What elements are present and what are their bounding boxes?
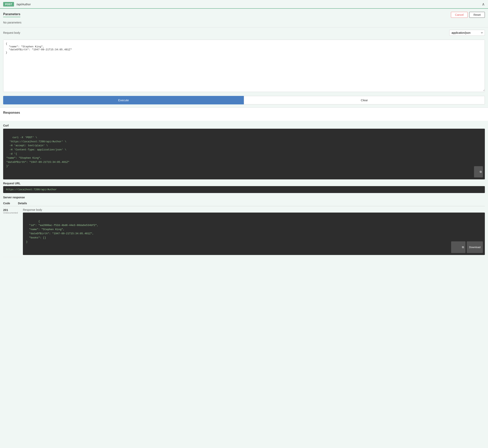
header-bar: POST /api/Author ∧ [0,0,488,9]
reset-button[interactable]: Reset [469,12,485,18]
copy-response-button[interactable]: ⧉ [451,241,465,253]
response-body-block: { "id": "aa2880ac-f52d-4bd8-44e3-08da6e5… [23,213,485,255]
details-column-header: Details [18,202,27,205]
response-body-value: { "id": "aa2880ac-f52d-4bd8-44e3-08da6e5… [26,220,98,243]
json-textarea-wrapper: { "name": "Stephen King", "dateOfBirth":… [3,40,485,92]
header-buttons: Cancel Reset [451,12,485,18]
response-row: 201 Undocumented Response body { "id": "… [3,206,485,257]
action-buttons: Execute Clear [3,96,485,104]
responses-section: Responses [0,108,488,121]
response-code: 201 [3,208,23,212]
curl-content: curl -X 'POST' \ 'https://localhost:7208… [6,136,70,168]
request-body-header: Request body application/json text/plain [3,30,485,36]
request-body-section: Request body application/json text/plain [0,27,488,40]
copy-curl-button[interactable]: ⧉ [474,166,483,177]
parameters-header: Parameters Cancel Reset [3,12,485,18]
response-details-col: Response body { "id": "aa2880ac-f52d-4bd… [23,208,485,255]
response-actions: ⧉ Download [451,241,483,253]
download-button[interactable]: Download [467,241,483,253]
request-url-value: https://localhost:7208/api/Author [6,188,57,191]
cancel-button[interactable]: Cancel [451,12,468,18]
request-url-block: https://localhost:7208/api/Author [3,186,485,193]
clear-button[interactable]: Clear [244,96,485,104]
no-parameters-text: No parameters [3,19,485,26]
parameters-title: Parameters [3,12,20,17]
request-body-textarea[interactable]: { "name": "Stephen King", "dateOfBirth":… [3,40,485,91]
collapse-icon[interactable]: ∧ [482,2,485,7]
response-table-header: Code Details [3,200,485,206]
undocumented-badge: Undocumented [3,212,23,214]
copy-response-icon: ⧉ [462,246,464,249]
response-code-col: 201 Undocumented [3,208,23,214]
curl-block: curl -X 'POST' \ 'https://localhost:7208… [3,129,485,179]
request-body-label: Request body [3,31,20,34]
response-body-label: Response body [23,208,485,211]
server-response-label: Server response [3,196,485,199]
endpoint-path: /api/Author [16,3,480,6]
execute-button[interactable]: Execute [3,96,244,104]
responses-content: Curl curl -X 'POST' \ 'https://localhost… [0,121,488,260]
parameters-section: Parameters Cancel Reset No parameters [0,9,488,27]
content-type-select[interactable]: application/json text/plain [449,30,485,36]
code-column-header: Code [3,202,10,205]
curl-label: Curl [3,124,485,127]
copy-curl-icon: ⧉ [480,170,482,173]
method-badge: POST [3,2,14,7]
request-url-label: Request URL [3,182,485,185]
responses-title: Responses [3,111,485,114]
